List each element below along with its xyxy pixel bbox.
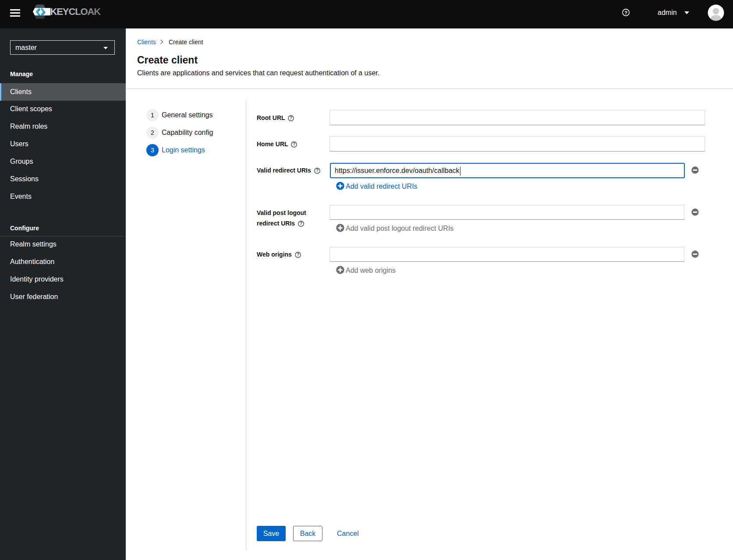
svg-text:?: ? [316, 168, 319, 173]
svg-text:KEYCLOAK: KEYCLOAK [50, 6, 101, 17]
svg-text:?: ? [293, 142, 295, 147]
svg-text:?: ? [290, 116, 292, 120]
svg-text:?: ? [300, 221, 302, 226]
svg-text:?: ? [624, 10, 627, 15]
svg-text:?: ? [297, 252, 299, 257]
